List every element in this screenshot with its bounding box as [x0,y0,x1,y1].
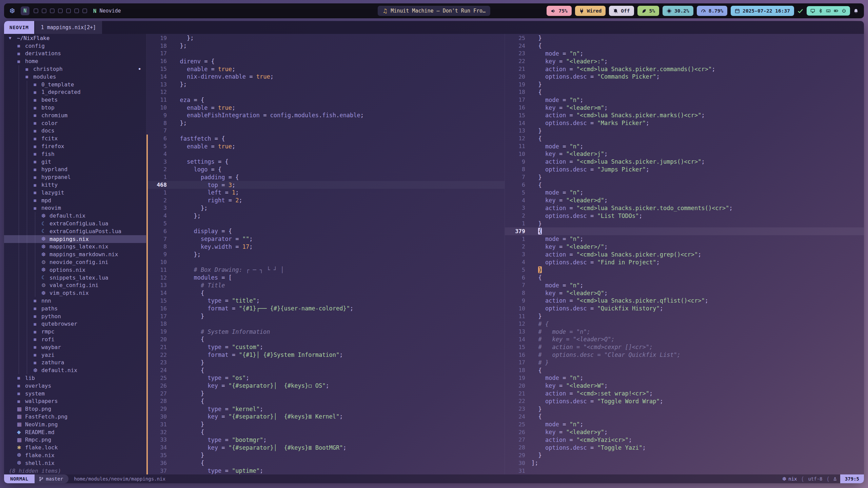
code-line[interactable]: 15 type = "title"; [146,297,505,305]
tree-item[interactable]: ▪wallpapers [4,397,146,405]
workspace-empty[interactable] [82,8,87,13]
code-line[interactable]: 37 type = "uptime"; [146,467,505,474]
code-line[interactable]: 8 options.desc = "Jumps Picker"; [505,166,864,174]
tree-item[interactable]: ✱flake.lock [4,444,146,451]
code-line[interactable]: 22 key = "<leader>:"; [505,57,864,65]
code-line[interactable]: 10 [146,258,505,266]
code-line[interactable]: 27 } [146,390,505,398]
code-line[interactable]: 14 { [146,289,505,297]
code-line[interactable]: 10 key = "<leader>j"; [505,150,864,158]
code-line[interactable]: 8 }; [146,119,505,127]
code-line[interactable]: 28 { [146,397,505,405]
code-line[interactable]: 5 [146,220,505,227]
tree-item[interactable]: ▦Rmpc.png [4,436,146,444]
code-line[interactable]: 19 } [505,81,864,88]
code-line[interactable]: 23 mode = "n"; [505,50,864,58]
code-line[interactable]: 3 action = "<cmd>lua Snacks.picker.grep(… [505,250,864,258]
code-line[interactable]: 9 enableFishIntegration = config.modules… [146,111,505,119]
code-line[interactable]: 13 }; [146,81,505,88]
tree-item[interactable]: ▪docs [4,127,146,135]
tree-item[interactable]: ▪fish [4,150,146,158]
code-line[interactable]: 7 mode = "n"; [505,282,864,289]
code-line[interactable]: 3 }; [146,204,505,212]
code-line[interactable]: 2 options.desc = "List TODOs"; [505,212,864,220]
workspace-empty[interactable] [58,8,63,13]
code-line[interactable]: 17 mode = "n"; [505,96,864,104]
code-line[interactable]: 25 type = "os"; [146,374,505,382]
nix-launcher-icon[interactable]: ❆ [9,7,15,15]
tree-item[interactable]: ▪waybar [4,343,146,351]
workspace-empty[interactable] [34,8,38,13]
code-line[interactable]: 18 { [505,366,864,374]
code-line[interactable]: 30]; [505,459,864,467]
network-widget[interactable]: Wired [575,6,606,16]
code-line[interactable]: 14 nix-direnv.enable = true; [146,73,505,81]
temperature-widget[interactable]: 5% [637,6,659,16]
code-line[interactable]: 1 left = 1; [146,189,505,197]
code-line[interactable]: 2 right = 2; [146,197,505,204]
code-line[interactable]: 12 { [505,135,864,142]
code-line[interactable]: 32 { [146,428,505,436]
code-line[interactable]: 36 { [146,459,505,467]
code-line[interactable]: 12 modules = [ [146,274,505,282]
code-line[interactable]: 7 [146,127,505,135]
code-line[interactable]: 3 action = "<cmd>lua Snacks.picker.todo_… [505,204,864,212]
tree-item[interactable]: ▪zathura [4,359,146,366]
volume-widget[interactable]: 75% [547,6,571,16]
code-line[interactable]: 5 mode = "n"; [505,189,864,197]
tree-item[interactable]: ▪hyprland [4,166,146,174]
code-line[interactable]: 18 { [505,88,864,96]
tree-item[interactable]: ▪color [4,119,146,127]
code-line[interactable]: 9 action = "<cmd>lua Snacks.picker.jumps… [505,158,864,166]
tree-item[interactable]: ▪home [4,57,146,65]
code-line[interactable]: 31 } [146,421,505,428]
tab-mappings-nix[interactable]: 1 mappings.nix[2+] [35,21,102,34]
tree-item[interactable]: ▪0_template [4,81,146,88]
code-line[interactable]: 18 [146,320,505,328]
code-line[interactable]: 22 format = "{#1}│ {#}System Information… [146,351,505,359]
tree-item[interactable]: ❆mappings_latex.nix [4,243,146,251]
tree-item[interactable]: ▪beets [4,96,146,104]
code-line[interactable]: 12 # { [505,320,864,328]
code-line[interactable]: 16 # options.desc = "Clear Quickfix List… [505,351,864,359]
code-line[interactable]: 21 action = "<cmd>:set wrap!<cr>"; [505,390,864,398]
code-line[interactable]: 21 type = "custom"; [146,343,505,351]
tree-item[interactable]: ❆default.nix [4,212,146,220]
tray-keyboard-icon[interactable] [826,8,831,13]
code-line[interactable]: 17 } [146,312,505,320]
tree-item[interactable]: ❆shell.nix [4,459,146,467]
tree-item[interactable]: ❆mappings.nix [4,235,146,243]
code-line[interactable]: 23 } [505,405,864,413]
code-line[interactable]: 10 options.desc = "Quickfix History"; [505,305,864,312]
code-line[interactable]: 25 mode = "n"; [505,421,864,428]
tree-item[interactable]: ▪mpd [4,197,146,204]
tree-item[interactable]: ☾snippets_latex.lua [4,274,146,282]
tree-item[interactable]: ▪christoph• [4,65,146,73]
code-line[interactable]: 19 mode = "n"; [505,374,864,382]
code-line[interactable]: 29 type = "kernel"; [146,405,505,413]
tree-item[interactable]: ▪git [4,158,146,166]
tree-item[interactable]: ❆mappings_markdown.nix [4,250,146,258]
code-line[interactable]: 1 } [505,220,864,227]
tree-item[interactable]: ☾extraConfigLua.lua [4,220,146,227]
code-line[interactable]: 18 }; [146,42,505,50]
tray-display-icon[interactable] [810,8,815,13]
code-line[interactable]: 379 { [505,227,864,235]
code-line[interactable]: 6 fastfetch = { [146,135,505,142]
tree-item[interactable]: ◆README.md [4,428,146,436]
code-line[interactable]: 29 } [505,451,864,459]
code-line[interactable]: 3 settings = { [146,158,505,166]
code-line[interactable]: 13 # mode = "n"; [505,328,864,336]
tree-item[interactable]: ▪paths [4,305,146,312]
code-line[interactable]: 12 [146,88,505,96]
memory-widget[interactable]: 30.2% [663,6,693,16]
tree-item[interactable]: ▪modules [4,73,146,81]
code-line[interactable]: 4 [146,150,505,158]
tree-item[interactable]: ▪1_deprecated [4,88,146,96]
code-line[interactable]: 11 } [505,312,864,320]
tree-item[interactable]: ▪python [4,312,146,320]
tree-item[interactable]: ▦NeoVim.png [4,421,146,428]
code-line[interactable]: 7 separator = ""; [146,235,505,243]
tree-item[interactable]: ⚙neovide_config.ini [4,258,146,266]
code-line[interactable]: 24 { [505,413,864,421]
